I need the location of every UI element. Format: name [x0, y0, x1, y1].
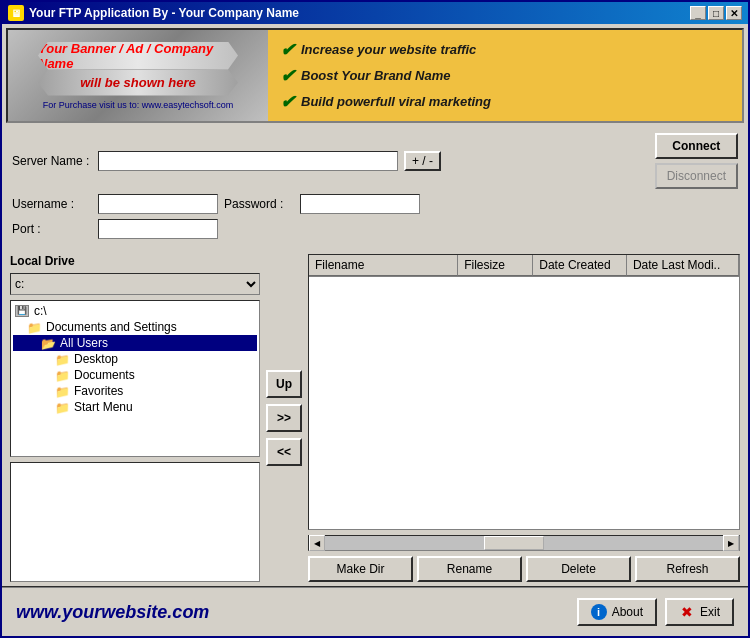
tree-item-all-users[interactable]: 📂 All Users: [13, 335, 257, 351]
scroll-right-arrow[interactable]: ▶: [723, 535, 739, 551]
about-icon: i: [591, 604, 607, 620]
tree-item-favorites[interactable]: 📁 Favorites: [13, 383, 257, 399]
banner-item-2-text: Boost Your Brand Name: [301, 68, 451, 83]
tree-item-favorites-label: Favorites: [74, 384, 123, 398]
username-label: Username :: [12, 197, 92, 211]
check-icon-2: ✔: [280, 65, 295, 87]
banner-purchase: For Purchase visit us to: www.easytechso…: [43, 100, 234, 110]
footer-url: www.yourwebsite.com: [16, 602, 209, 623]
folder-icon-documents: 📁: [55, 369, 69, 381]
right-panel: Filename Filesize Date Created Date Last…: [308, 254, 740, 582]
bottom-buttons: Make Dir Rename Delete Refresh: [308, 556, 740, 582]
banner-item-1-text: Increase your website traffic: [301, 42, 476, 57]
plus-minus-button[interactable]: + / -: [404, 151, 441, 171]
server-label: Server Name :: [12, 154, 92, 168]
col-filename[interactable]: Filename: [309, 255, 458, 276]
banner: Your Banner / Ad / Company Name will be …: [6, 28, 744, 123]
forward-button[interactable]: >>: [266, 404, 302, 432]
main-window: 🖥 Your FTP Application By - Your Company…: [0, 0, 750, 638]
rename-button[interactable]: Rename: [417, 556, 522, 582]
window-title: Your FTP Application By - Your Company N…: [29, 6, 299, 20]
tree-item-drive-label: c:\: [34, 304, 47, 318]
scroll-track[interactable]: [325, 536, 723, 550]
check-icon-3: ✔: [280, 91, 295, 113]
password-label: Password :: [224, 197, 294, 211]
file-list[interactable]: Filename Filesize Date Created Date Last…: [308, 254, 740, 530]
middle-buttons: Up >> <<: [266, 254, 302, 582]
banner-left: Your Banner / Ad / Company Name will be …: [8, 30, 268, 121]
window-body: Your Banner / Ad / Company Name will be …: [2, 24, 748, 636]
file-tree[interactable]: 💾 c:\ 📁 Documents and Settings 📂 All Use…: [10, 300, 260, 457]
scroll-thumb[interactable]: [484, 536, 544, 550]
port-input[interactable]: [98, 219, 218, 239]
banner-right: ✔ Increase your website traffic ✔ Boost …: [268, 30, 742, 121]
back-button[interactable]: <<: [266, 438, 302, 466]
banner-item-3-text: Build powerfull viral marketing: [301, 94, 491, 109]
folder-icon-docs: 📁: [27, 321, 41, 333]
conn-buttons: Connect Disconnect: [655, 133, 738, 189]
refresh-button[interactable]: Refresh: [635, 556, 740, 582]
username-row: Username : Password :: [12, 194, 738, 214]
banner-item-3: ✔ Build powerfull viral marketing: [280, 91, 730, 113]
tree-item-all-users-label: All Users: [60, 336, 108, 350]
preview-box: [10, 462, 260, 582]
tree-item-startmenu-label: Start Menu: [74, 400, 133, 414]
banner-line1: Your Banner / Ad / Company Name: [38, 41, 238, 71]
server-input[interactable]: [98, 151, 398, 171]
app-icon: 🖥: [8, 5, 24, 21]
exit-button[interactable]: ✖ Exit: [665, 598, 734, 626]
server-row: Server Name : + / - Connect Disconnect: [12, 133, 738, 189]
main-area: Local Drive c: 💾 c:\ 📁 Documents and Set…: [2, 250, 748, 586]
banner-line2: will be shown here: [80, 75, 196, 90]
delete-button[interactable]: Delete: [526, 556, 631, 582]
drive-select[interactable]: c:: [10, 273, 260, 295]
banner-item-2: ✔ Boost Your Brand Name: [280, 65, 730, 87]
tree-item-desktop[interactable]: 📁 Desktop: [13, 351, 257, 367]
file-list-header: Filename Filesize Date Created Date Last…: [309, 255, 739, 277]
about-label: About: [612, 605, 643, 619]
form-area: Server Name : + / - Connect Disconnect U…: [2, 127, 748, 250]
tree-item-documents-label: Documents: [74, 368, 135, 382]
tree-item-docs-settings-label: Documents and Settings: [46, 320, 177, 334]
tree-item-drive[interactable]: 💾 c:\: [13, 303, 257, 319]
footer: www.yourwebsite.com i About ✖ Exit: [2, 586, 748, 636]
folder-icon-startmenu: 📁: [55, 401, 69, 413]
port-row: Port :: [12, 219, 738, 239]
footer-buttons: i About ✖ Exit: [577, 598, 734, 626]
scroll-left-arrow[interactable]: ◀: [309, 535, 325, 551]
tree-item-documents[interactable]: 📁 Documents: [13, 367, 257, 383]
left-panel: Local Drive c: 💾 c:\ 📁 Documents and Set…: [10, 254, 260, 582]
horizontal-scrollbar[interactable]: ◀ ▶: [308, 535, 740, 551]
banner-item-1: ✔ Increase your website traffic: [280, 39, 730, 61]
connect-button[interactable]: Connect: [655, 133, 738, 159]
col-datecreated[interactable]: Date Created: [533, 255, 627, 276]
port-label: Port :: [12, 222, 92, 236]
col-datelast[interactable]: Date Last Modi..: [627, 255, 739, 276]
exit-icon: ✖: [679, 604, 695, 620]
banner-ribbon: Your Banner / Ad / Company Name: [38, 42, 238, 70]
tree-item-docs-settings[interactable]: 📁 Documents and Settings: [13, 319, 257, 335]
title-bar-left: 🖥 Your FTP Application By - Your Company…: [8, 5, 299, 21]
up-button[interactable]: Up: [266, 370, 302, 398]
maximize-button[interactable]: □: [708, 6, 724, 20]
tree-item-startmenu[interactable]: 📁 Start Menu: [13, 399, 257, 415]
disconnect-button[interactable]: Disconnect: [655, 163, 738, 189]
folder-icon-favorites: 📁: [55, 385, 69, 397]
minimize-button[interactable]: _: [690, 6, 706, 20]
password-input[interactable]: [300, 194, 420, 214]
drive-icon: 💾: [15, 305, 29, 317]
make-dir-button[interactable]: Make Dir: [308, 556, 413, 582]
username-input[interactable]: [98, 194, 218, 214]
local-drive-label: Local Drive: [10, 254, 260, 268]
folder-icon-all-users: 📂: [41, 337, 55, 349]
check-icon-1: ✔: [280, 39, 295, 61]
col-filesize[interactable]: Filesize: [458, 255, 533, 276]
exit-label: Exit: [700, 605, 720, 619]
tree-item-desktop-label: Desktop: [74, 352, 118, 366]
folder-icon-desktop: 📁: [55, 353, 69, 365]
title-bar: 🖥 Your FTP Application By - Your Company…: [2, 2, 748, 24]
title-bar-buttons: _ □ ✕: [690, 6, 742, 20]
about-button[interactable]: i About: [577, 598, 657, 626]
close-button[interactable]: ✕: [726, 6, 742, 20]
